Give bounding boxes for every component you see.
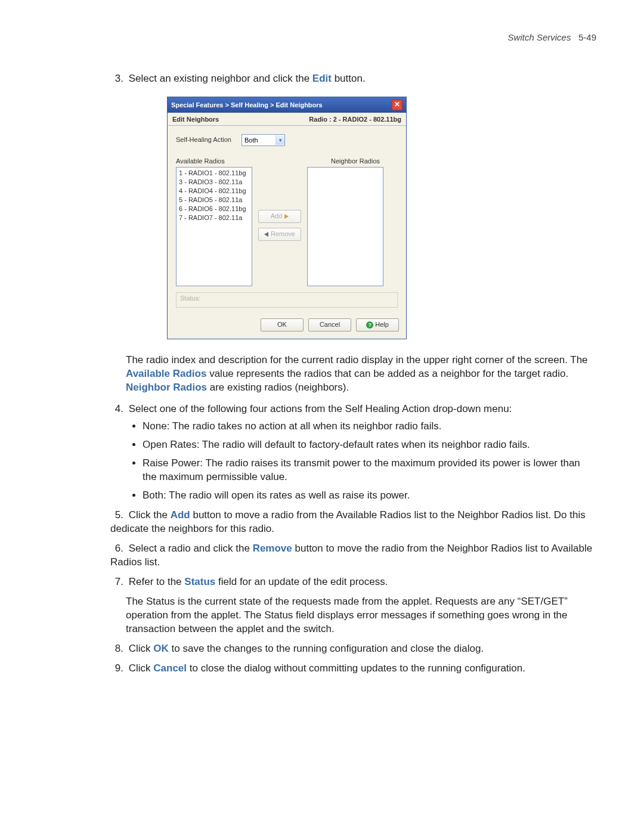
list-item[interactable]: 4 - RADIO4 - 802.11bg <box>179 187 249 196</box>
edit-keyword: Edit <box>312 73 332 84</box>
step-number: 3. <box>110 72 123 86</box>
text: The radio index and description for the … <box>126 354 588 366</box>
page-ref: 5-49 <box>578 32 596 42</box>
step-number: 6. <box>110 542 123 556</box>
dialog-description: The radio index and description for the … <box>126 354 596 395</box>
edit-neighbors-dialog: Special Features > Self Healing > Edit N… <box>167 97 407 339</box>
step-number: 4. <box>110 402 123 416</box>
text: Select a radio and click the <box>129 543 253 554</box>
neighbor-radios-keyword: Neighbor Radios <box>126 382 207 393</box>
self-healing-action-label: Self-Healing Action <box>176 135 242 144</box>
cancel-keyword: Cancel <box>153 662 187 674</box>
text: to save the changes to the running confi… <box>169 643 484 654</box>
section-title: Switch Services <box>508 32 571 42</box>
self-healing-action-row: Self-Healing Action ▾ <box>176 134 398 146</box>
subheader-right: Radio : 2 - RADIO2 - 802.11bg <box>309 115 401 124</box>
text: Click the <box>129 509 171 521</box>
remove-button-label: Remove <box>271 230 295 239</box>
list-item: None: The radio takes no action at all w… <box>143 420 596 433</box>
self-healing-action-select[interactable]: ▾ <box>242 134 285 146</box>
self-healing-action-value[interactable] <box>242 136 275 144</box>
text: to close the dialog without committing u… <box>187 662 525 674</box>
remove-button[interactable]: Remove <box>258 228 301 241</box>
available-radios-keyword: Available Radios <box>126 368 206 379</box>
text: Click <box>129 662 154 674</box>
dialog-subheader: Edit Neighbors Radio : 2 - RADIO2 - 802.… <box>168 113 406 126</box>
add-button-label: Add <box>271 212 283 221</box>
text: field for an update of the edit process. <box>215 576 388 587</box>
step-number: 7. <box>110 575 123 589</box>
chevron-down-icon[interactable]: ▾ <box>275 135 284 145</box>
dialog-titlebar: Special Features > Self Healing > Edit N… <box>168 97 406 113</box>
text: are existing radios (neighbors). <box>207 382 349 393</box>
step-7-paragraph: The Status is the current state of the r… <box>126 595 596 636</box>
help-label: Help <box>375 320 389 329</box>
arrow-left-icon <box>264 232 268 237</box>
step-number: 5. <box>110 509 123 522</box>
page-header: Switch Services 5-49 <box>48 32 596 42</box>
list-item: Both: The radio will open its rates as w… <box>143 489 596 503</box>
step-4: 4. Select one of the following four acti… <box>110 402 596 503</box>
status-keyword: Status <box>184 576 215 587</box>
list-item[interactable]: 3 - RADIO3 - 802.11a <box>179 178 249 187</box>
cancel-label: Cancel <box>320 320 340 329</box>
text: Click <box>129 643 154 654</box>
status-label: Status: <box>180 295 200 302</box>
step-7: 7. Refer to the Status field for an upda… <box>110 575 596 636</box>
text: Refer to the <box>129 576 185 587</box>
step-6: 6. Select a radio and click the Remove b… <box>110 542 596 569</box>
cancel-button[interactable]: Cancel <box>308 318 351 332</box>
arrow-right-icon <box>284 214 289 219</box>
subheader-left: Edit Neighbors <box>172 115 219 124</box>
step-number: 9. <box>110 662 123 676</box>
list-item[interactable]: 5 - RADIO5 - 802.11a <box>179 196 249 205</box>
step-number: 8. <box>110 642 123 656</box>
help-button[interactable]: ? Help <box>356 318 399 332</box>
text: button. <box>332 73 366 84</box>
ok-button[interactable]: OK <box>261 318 304 332</box>
ok-label: OK <box>277 320 287 329</box>
neighbor-radios-list[interactable] <box>307 167 383 286</box>
add-keyword: Add <box>171 509 190 521</box>
available-radios-label: Available Radios <box>176 157 225 166</box>
available-radios-list[interactable]: 1 - RADIO1 - 802.11bg3 - RADIO3 - 802.11… <box>176 167 252 286</box>
close-icon[interactable]: ✕ <box>392 100 402 110</box>
list-item: Open Rates: The radio will default to fa… <box>143 438 596 452</box>
dialog-breadcrumb: Special Features > Self Healing > Edit N… <box>171 101 323 110</box>
text: value represents the radios that can be … <box>206 368 568 379</box>
status-field: Status: <box>176 292 398 308</box>
remove-keyword: Remove <box>253 543 292 554</box>
step-9: 9. Click Cancel to close the dialog with… <box>110 662 596 676</box>
list-item[interactable]: 7 - RADIO7 - 802.11a <box>179 213 249 222</box>
ok-keyword: OK <box>153 643 169 654</box>
step-5: 5. Click the Add button to move a radio … <box>110 509 596 536</box>
list-item[interactable]: 6 - RADIO6 - 802.11bg <box>179 205 249 213</box>
add-button[interactable]: Add <box>258 210 301 223</box>
dialog-figure: Special Features > Self Healing > Edit N… <box>167 97 596 339</box>
text: Select an existing neighbor and click th… <box>129 73 312 84</box>
neighbor-radios-label: Neighbor Radios <box>331 157 380 166</box>
help-icon: ? <box>366 321 373 329</box>
step-3: 3. Select an existing neighbor and click… <box>110 72 596 86</box>
list-item[interactable]: 1 - RADIO1 - 802.11bg <box>179 169 249 178</box>
list-item: Raise Power: The radio raises its transm… <box>143 457 596 484</box>
step-8: 8. Click OK to save the changes to the r… <box>110 642 596 656</box>
text: Select one of the following four actions… <box>129 403 512 414</box>
